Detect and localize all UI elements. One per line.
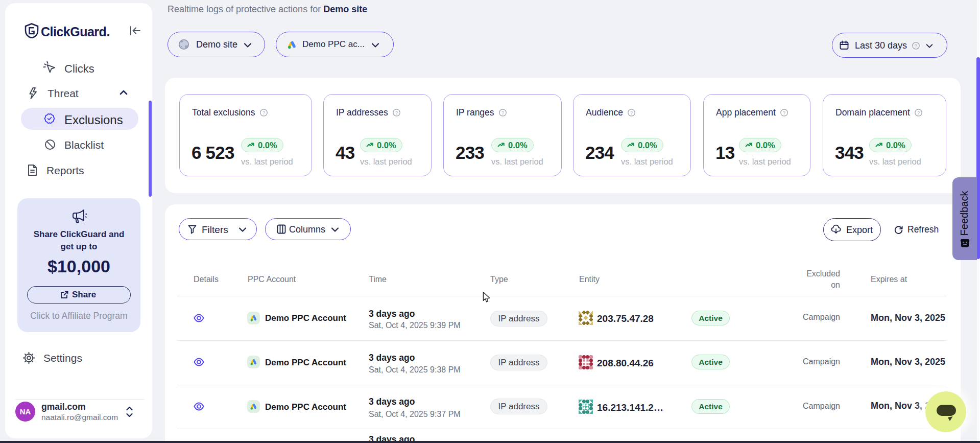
svg-text:?: ? [262, 110, 265, 115]
svg-text:?: ? [501, 110, 504, 115]
svg-text:?: ? [395, 110, 398, 115]
svg-text:?: ? [783, 110, 785, 115]
svg-text:?: ? [630, 110, 633, 115]
svg-text:?: ? [917, 110, 920, 115]
svg-text:?: ? [915, 43, 917, 49]
